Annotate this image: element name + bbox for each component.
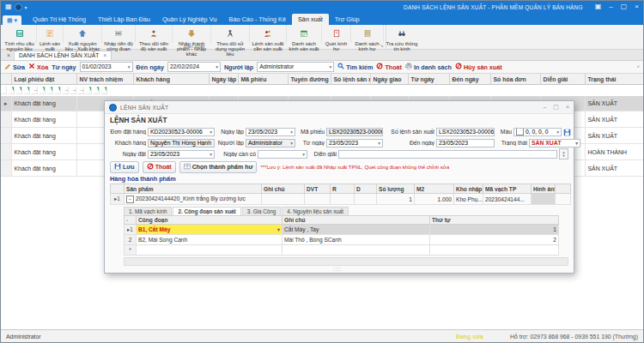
dialog-close-icon[interactable]: ×	[566, 104, 569, 111]
color-combo[interactable]: 0, 0, 0, 0▾	[513, 128, 562, 136]
col-so-lenh-san-xuat[interactable]: Số lệnh sản xuất	[331, 74, 370, 85]
collapse-icon[interactable]: −	[126, 196, 134, 203]
ribbon-button-nhap-thanh-pham[interactable]: Nhập thành phẩm - Nhập khác	[173, 25, 211, 43]
pcol-san-pham[interactable]: Sản phẩm	[125, 184, 262, 194]
close-icon[interactable]: ×	[635, 3, 639, 11]
delete-button[interactable]: Xóa	[28, 63, 48, 71]
col-ma-phieu[interactable]: Mã phiếu	[238, 74, 288, 85]
ribbon-button-tra-cuu[interactable]: Tra cứu thông tin kính	[384, 25, 420, 43]
spinner-icon[interactable]: ▲▼	[559, 148, 568, 159]
to-date-input[interactable]: 23/05/2023	[436, 139, 495, 147]
detail-tab-cong-doan[interactable]: 2. Công đoạn sản xuất	[173, 207, 240, 215]
skin-gallery-icon[interactable]: ▣	[595, 3, 602, 11]
pcol-so-luong[interactable]: Số lượng	[377, 184, 415, 194]
pcol-dvt[interactable]: DVT	[305, 184, 331, 194]
creator-combo[interactable]: Administrator▾	[257, 62, 334, 72]
col-den-ngay[interactable]: Đến ngày	[449, 74, 490, 85]
ribbon-button-quet-kinh-hu[interactable]: Quét kính hư	[322, 25, 351, 43]
col-dien-giai[interactable]: Diễn giải	[540, 74, 585, 85]
filter-icon[interactable]	[11, 87, 15, 93]
quick-access-caret-icon[interactable]: ▾	[25, 4, 27, 10]
process-row-selected[interactable]: ▸1 B1, Cắt Máy▾ Cắt Máy , Tay 1	[125, 225, 559, 235]
needed-date-input[interactable]: ▾	[258, 150, 307, 159]
menu-tab-quan-ly-nghiep-vu[interactable]: Quản Lý Nghiệp Vụ	[156, 14, 223, 25]
filter-icon[interactable]	[104, 87, 107, 93]
dialog-minimize-icon[interactable]: –	[543, 104, 546, 111]
menu-tab-tro-giup[interactable]: Trợ Giúp	[329, 14, 366, 25]
pcol-ma-vach-tp[interactable]: Mã vạch TP	[483, 184, 532, 194]
filter-icon[interactable]	[88, 87, 92, 93]
search-button[interactable]: Tìm kiếm	[337, 63, 373, 71]
process-combo-cell[interactable]: B1, Cắt Máy▾	[137, 225, 283, 235]
app-menu-button[interactable]: ▦ ▾	[3, 15, 21, 25]
dropdown-icon[interactable]: ▾	[209, 128, 212, 136]
col-loai-phieu-dat[interactable]: Loại phiếu đặt	[11, 74, 76, 85]
horizontal-scrollbar[interactable]	[124, 257, 568, 266]
col-khach-hang[interactable]: Khách hàng	[133, 74, 209, 85]
ribbon-button-theo-doi-su-dung[interactable]: Theo dõi sử dụng nguyên liệu	[211, 25, 250, 43]
print-list-button[interactable]: In danh sách	[405, 63, 452, 71]
resize-grip-icon[interactable]: ∷∷	[333, 268, 342, 272]
menu-tab-bao-cao-thong-ke[interactable]: Báo Cáo - Thống Kê	[223, 14, 292, 25]
dropdown-icon[interactable]: ▾	[327, 63, 331, 71]
dialog-title-bar[interactable]: LỆNH SẢN XUẤT – ▢ ×	[105, 101, 574, 114]
dropdown-icon[interactable]: ▾	[126, 63, 131, 71]
document-tab-active[interactable]: DANH SÁCH LỆNH SẢN XUẤT ×	[14, 51, 112, 60]
col-so-hoa-don[interactable]: Số hóa đơn	[490, 74, 540, 85]
pcol-m2[interactable]: M2	[415, 184, 454, 194]
save-button[interactable]: Lưu	[110, 161, 139, 173]
pick-defective-button[interactable]: Chọn thành phẩm hư	[179, 161, 258, 173]
process-new-row[interactable]: *	[125, 245, 559, 256]
ribbon-button-xuat-nguyen-lieu[interactable]: Xuất nguyên liệu - Xuất khác	[64, 25, 102, 43]
grid-filter-row[interactable]: – – – –	[1, 85, 11, 96]
image-cell[interactable]	[532, 194, 556, 205]
detail-tab-gia-cong[interactable]: 3. Gia Công	[242, 207, 282, 215]
ribbon-button-lenh-san-xuat[interactable]: Lệnh sản xuất	[37, 25, 64, 43]
tab-close-icon[interactable]: ×	[103, 51, 106, 60]
detail-tab-ma-vach-kinh[interactable]: 1. Mã vạch kính	[124, 207, 172, 215]
filter-icon[interactable]	[96, 87, 100, 93]
group-dialog-launcher-icon[interactable]: ↘	[380, 43, 384, 49]
pcol-ghi-chu[interactable]: Ghi chú	[262, 184, 305, 194]
col-ngay-lap[interactable]: Ngày lập	[209, 74, 238, 85]
dropdown-icon[interactable]: ▾	[301, 150, 305, 159]
pcol-hinh-anh[interactable]: Hình ảnh	[532, 184, 556, 194]
dropdown-icon[interactable]: ▾	[277, 226, 280, 233]
col-tu-ngay[interactable]: Từ ngày	[408, 74, 449, 85]
order-date-input[interactable]: 23/05/2023▾	[148, 150, 215, 159]
status-combo[interactable]: SẢN XUẤT▾	[529, 139, 580, 147]
ribbon-button-theo-doi-tien-do[interactable]: Theo dõi tiến độ sản xuất	[136, 25, 173, 43]
filter-icon[interactable]	[27, 87, 30, 93]
order-number-input[interactable]: LSX20230523-00006	[436, 128, 495, 136]
detail-tab-nguyen-lieu[interactable]: 4. Nguyên liệu sản xuất	[282, 207, 349, 215]
scol-ghi-chu[interactable]: Ghi chú	[283, 216, 430, 225]
pcol-d[interactable]: D	[355, 184, 377, 194]
dropdown-icon[interactable]: ▾	[377, 139, 380, 147]
save-color-icon[interactable]	[563, 124, 571, 140]
ribbon-button-danh-sach-kinh-hu[interactable]: Danh sách kính hư	[351, 25, 384, 43]
dropdown-icon[interactable]: ▾	[289, 139, 293, 147]
order-combo[interactable]: KD20230523-00006▾	[148, 128, 215, 136]
quick-access-icon[interactable]	[15, 3, 22, 11]
toolbar-overflow-icon[interactable]: ˅	[636, 64, 640, 69]
scol-cong-doan[interactable]: Công đoạn	[137, 216, 283, 225]
menu-tab-thiet-lap-ban-dau[interactable]: Thiết Lập Ban Đầu	[92, 14, 156, 25]
edit-button[interactable]: Sửa	[4, 63, 25, 71]
from-date-input[interactable]: 01/02/2023▾	[80, 62, 133, 72]
pcol-kho-nhap[interactable]: Kho nhập	[454, 184, 483, 194]
menu-tab-quan-tri-he-thong[interactable]: Quản Trị Hệ Thống	[27, 14, 92, 25]
created-date-input[interactable]: 23/05/2023▾	[246, 128, 295, 136]
filter-icon[interactable]	[58, 87, 61, 93]
filter-icon[interactable]	[50, 87, 53, 93]
pcol-r[interactable]: R	[331, 184, 355, 194]
dialog-exit-button[interactable]: Thoát	[143, 161, 176, 173]
filter-dash[interactable]: –	[34, 87, 38, 93]
filter-dash[interactable]: –	[73, 87, 76, 93]
minimize-icon[interactable]: –	[609, 3, 612, 11]
dropdown-icon[interactable]: ▾	[214, 63, 218, 71]
dialog-maximize-icon[interactable]: ▢	[553, 104, 559, 111]
ribbon-button-lsx-can-san-xuat[interactable]: Lệnh sản xuất cần sản xuất	[250, 25, 287, 43]
from-date-input[interactable]: 23/05/2023▾	[326, 139, 383, 147]
creator-combo[interactable]: Administrator▾	[246, 139, 295, 147]
dropdown-icon[interactable]: ▾	[556, 128, 559, 136]
